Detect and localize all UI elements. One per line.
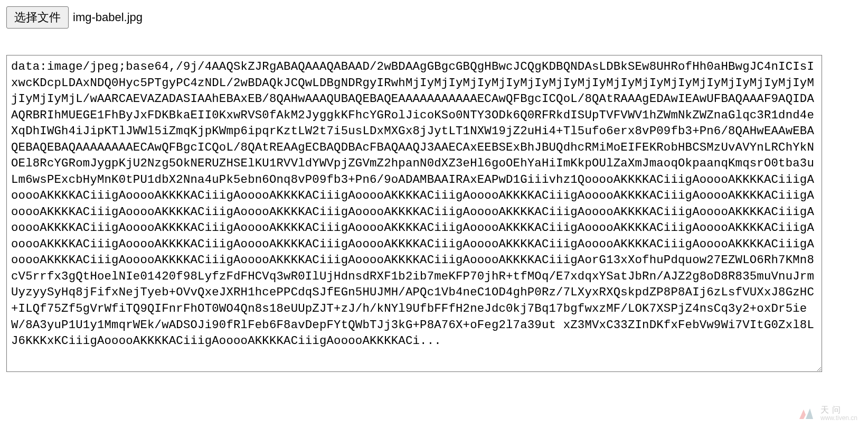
watermark-title: 天问 <box>820 405 844 415</box>
watermark-text: 天问 www.tiven.cn <box>820 405 857 422</box>
choose-file-button[interactable]: 选择文件 <box>6 6 69 29</box>
file-input-container: 选择文件 img-babel.jpg <box>6 6 862 29</box>
selected-file-name: img-babel.jpg <box>73 11 143 24</box>
watermark-logo-icon <box>798 407 814 420</box>
watermark-url: www.tiven.cn <box>820 415 857 422</box>
base64-output-textarea[interactable] <box>6 55 822 372</box>
watermark: 天问 www.tiven.cn <box>798 405 857 422</box>
